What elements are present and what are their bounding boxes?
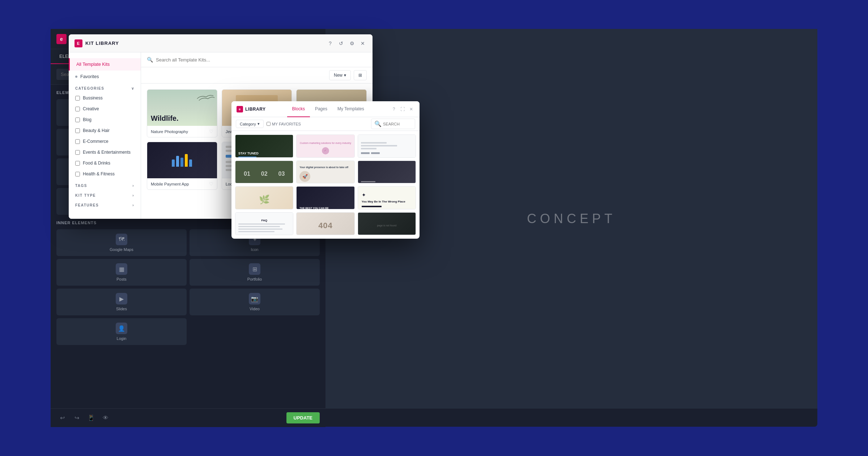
lib-block-faq[interactable]: FAQ ↓ Insert ♡ xyxy=(235,212,293,235)
category-health-fitness[interactable]: Health & Fitness xyxy=(69,169,141,179)
lib-block-stay-tuned[interactable]: STAY TUNED ↓ Insert ♡ xyxy=(235,135,293,158)
lib-block-numbered-steps[interactable]: 01 02 03 ↓ Insert ♡ xyxy=(235,161,293,184)
category-health-checkbox[interactable] xyxy=(75,172,80,176)
light-btn-2 xyxy=(371,152,380,154)
lib-block-pink-img: Custom marketing solutions for every ind… xyxy=(297,135,354,158)
library-filter-bar: Category ▾ MY FAVORITES 🔍 xyxy=(231,117,420,131)
category-events[interactable]: Events & Entertainments xyxy=(69,147,141,158)
kit-library-close-icon[interactable]: ✕ xyxy=(359,39,367,47)
lib-tab-pages[interactable]: Pages xyxy=(310,101,332,117)
mobile-card-bars xyxy=(172,154,192,167)
element-portfolio[interactable]: ⊞ Portfolio xyxy=(190,259,320,286)
category-food[interactable]: Food & Drinks xyxy=(69,158,141,169)
category-beauty-checkbox[interactable] xyxy=(75,128,80,133)
category-blog[interactable]: Blog xyxy=(69,114,141,125)
kit-card-nature-photography[interactable]: Wildlife. Nature Photography ♡ xyxy=(147,89,217,137)
history-icon[interactable]: ↩ xyxy=(56,412,68,424)
lib-block-page-not-found[interactable]: page is not found ↓ Insert ♡ xyxy=(358,212,416,235)
category-food-checkbox[interactable] xyxy=(75,161,80,166)
person-preview xyxy=(358,161,416,184)
category-ecommerce[interactable]: E-Commerce xyxy=(69,136,141,147)
bar-3 xyxy=(180,158,183,167)
icon-label: Icon xyxy=(251,247,259,252)
library-expand-icon[interactable]: ⛶ xyxy=(399,106,406,112)
lib-favorites-checkbox[interactable] xyxy=(267,122,271,126)
favorites-label: Favorites xyxy=(80,74,99,79)
category-creative-checkbox[interactable] xyxy=(75,107,80,111)
steps-preview: 01 02 03 xyxy=(235,161,293,184)
sidebar-favorites[interactable]: Favorites xyxy=(69,71,141,83)
library-blocks-grid: STAY TUNED ↓ Insert ♡ Custom marketing s… xyxy=(231,131,420,239)
kit-card-mobile-heart-icon[interactable]: ♡ xyxy=(209,181,213,187)
kit-card-nature-info: Nature Photography ♡ xyxy=(147,126,217,137)
category-blog-checkbox[interactable] xyxy=(75,118,80,122)
redo-icon[interactable]: ↪ xyxy=(71,412,82,424)
lib-tab-my-templates[interactable]: My Templates xyxy=(332,101,369,117)
library-help-icon[interactable]: ? xyxy=(391,106,397,112)
element-video-2[interactable]: 📷 Video xyxy=(190,289,320,315)
lib-category-button[interactable]: Category ▾ xyxy=(236,120,264,128)
kit-sort-button[interactable]: New ▾ xyxy=(329,70,351,80)
sidebar-all-templates[interactable]: All Template Kits xyxy=(69,58,141,71)
kit-card-nature-heart-icon[interactable]: ♡ xyxy=(209,129,213,134)
kit-library-settings-icon[interactable]: ⚙ xyxy=(348,39,356,47)
element-google-maps[interactable]: 🗺 Google Maps xyxy=(56,229,187,256)
toolbar-left-controls: ↩ ↪ 📱 👁 xyxy=(56,412,111,424)
person-bar-1 xyxy=(361,181,375,182)
posts-label: Posts xyxy=(116,277,127,281)
features-section-header[interactable]: FEATURES › xyxy=(69,199,141,209)
kit-search-input[interactable] xyxy=(156,57,367,63)
preview-icon[interactable]: 👁 xyxy=(100,412,111,424)
category-events-checkbox[interactable] xyxy=(75,150,80,155)
elementor-logo-icon: e xyxy=(56,34,67,44)
category-beauty-hair[interactable]: Beauty & Hair xyxy=(69,125,141,136)
inner-elements-row: 🗺 Google Maps ✦ Icon ▦ Posts ⊞ Portfolio… xyxy=(56,229,320,345)
login-icon: 👤 xyxy=(116,323,127,334)
library-close-icon[interactable]: ✕ xyxy=(408,106,414,112)
kit-type-section-header[interactable]: KIT TYPE › xyxy=(69,189,141,199)
lib-block-person-photo[interactable]: ↓ Insert ♡ xyxy=(358,161,416,184)
kit-card-mobile-name: Mobile Payment App xyxy=(151,182,189,186)
tags-section-header[interactable]: TAGS › xyxy=(69,179,141,189)
category-bussiness-checkbox[interactable] xyxy=(75,96,80,101)
kit-view-toggle[interactable]: ⊞ xyxy=(354,70,367,80)
element-posts[interactable]: ▦ Posts xyxy=(56,259,187,286)
responsive-icon[interactable]: 📱 xyxy=(85,412,97,424)
lib-block-wrong-place[interactable]: ✦ You May Be In The Wrong Place ↓ Insert… xyxy=(358,186,416,209)
mobile-card-preview xyxy=(147,142,217,178)
lib-search-icon: 🔍 xyxy=(374,120,382,127)
light-bar-1 xyxy=(361,142,387,144)
pink-marketing-text: Custom marketing solutions for every ind… xyxy=(300,141,351,145)
bar-5 xyxy=(189,159,192,167)
stay-tuned-title: STAY TUNED xyxy=(238,152,290,155)
wrong-place-bar xyxy=(362,206,382,207)
category-creative[interactable]: Creative xyxy=(69,103,141,114)
lib-tab-blocks[interactable]: Blocks xyxy=(287,101,310,117)
kit-library-refresh-icon[interactable]: ↺ xyxy=(337,39,345,47)
faq-bar-4 xyxy=(238,231,275,232)
slides-label: Slides xyxy=(116,307,127,311)
category-bussiness[interactable]: Bussiness xyxy=(69,93,141,103)
portfolio-icon: ⊞ xyxy=(249,263,260,275)
lib-block-light-stay-tuned[interactable]: ↓ Insert ♡ xyxy=(358,135,416,158)
category-ecommerce-checkbox[interactable] xyxy=(75,139,80,144)
lib-search-input[interactable] xyxy=(383,122,412,126)
lib-block-pink-marketing[interactable]: Custom marketing solutions for every ind… xyxy=(296,135,354,158)
pink-marketing-preview: Custom marketing solutions for every ind… xyxy=(297,135,354,158)
lib-block-digital-presence[interactable]: Your digital presence is about to take o… xyxy=(296,161,354,184)
plant-emoji-icon: 🌿 xyxy=(259,195,270,205)
lib-block-404[interactable]: 404 ↓ Insert ♡ xyxy=(296,212,354,235)
element-slides[interactable]: ▶ Slides xyxy=(56,289,187,315)
lib-block-fitness[interactable]: THE BEST YOU CAN BE ↓ Insert ♡ xyxy=(296,186,354,209)
lib-block-plant-photo[interactable]: 🌿 ↓ Insert ♡ xyxy=(235,186,293,209)
categories-chevron-icon[interactable]: ∨ xyxy=(131,86,135,90)
lib-block-fitness-img: THE BEST YOU CAN BE xyxy=(297,187,354,209)
lib-favorites-toggle[interactable]: MY FAVORITES xyxy=(267,122,301,126)
404-preview: 404 xyxy=(297,213,354,235)
kit-library-help-icon[interactable]: ? xyxy=(326,39,334,47)
update-button[interactable]: UPDATE xyxy=(286,412,320,423)
kit-card-mobile-payment[interactable]: Mobile Payment App ♡ xyxy=(147,142,217,190)
element-login[interactable]: 👤 Login xyxy=(56,318,187,345)
lib-block-faq-img: FAQ xyxy=(235,213,293,235)
person-text-block xyxy=(361,181,375,184)
